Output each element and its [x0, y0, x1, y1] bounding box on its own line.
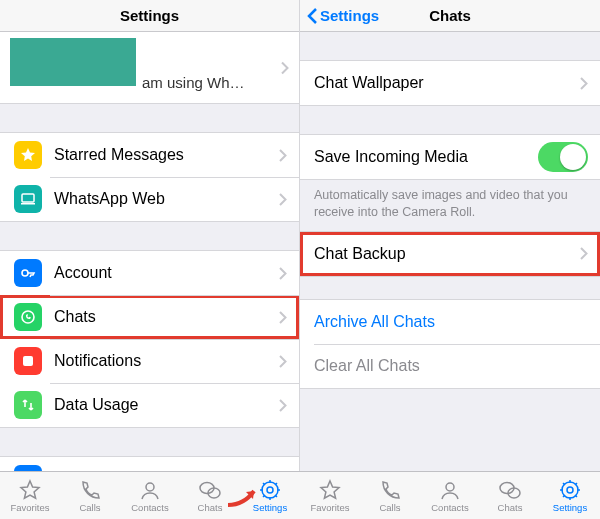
chevron-right-icon: [580, 77, 588, 90]
whatsapp-icon: [14, 303, 42, 331]
settings-screen: Settings am using Wh… Starred MessagesWh…: [0, 0, 300, 519]
svg-rect-4: [23, 356, 33, 366]
chevron-right-icon: [580, 247, 588, 260]
tab-label: Chats: [198, 502, 223, 513]
chevron-right-icon: [279, 267, 287, 280]
svg-rect-1: [21, 203, 35, 205]
chevron-right-icon: [279, 399, 287, 412]
chevron-right-icon: [279, 355, 287, 368]
svg-rect-0: [22, 194, 34, 202]
key-icon: [14, 259, 42, 287]
row-label: Save Incoming Media: [314, 148, 538, 166]
toggle-switch[interactable]: [538, 142, 588, 172]
nav-header: Settings Chats: [300, 0, 600, 32]
tab-label: Contacts: [431, 502, 469, 513]
redacted-avatar: [10, 38, 136, 86]
settings-row-chats[interactable]: Chats: [0, 295, 299, 339]
settings-row-starred[interactable]: Starred Messages: [0, 133, 299, 177]
back-label: Settings: [320, 7, 379, 24]
clear-all-chats-row[interactable]: Clear All Chats: [300, 344, 600, 388]
row-label: Chats: [54, 308, 279, 326]
laptop-icon: [14, 185, 42, 213]
annotation-arrow: [226, 481, 266, 515]
tab-calls[interactable]: Calls: [360, 472, 420, 519]
star-icon: [14, 141, 42, 169]
settings-row-notifications[interactable]: Notifications: [0, 339, 299, 383]
back-button[interactable]: Settings: [306, 0, 379, 31]
row-label: Clear All Chats: [314, 357, 588, 375]
chevron-right-icon: [279, 311, 287, 324]
tab-bar: FavoritesCallsContactsChatsSettings: [300, 471, 600, 519]
svg-point-2: [22, 270, 28, 276]
row-label: Archive All Chats: [314, 313, 588, 331]
tab-label: Contacts: [131, 502, 169, 513]
svg-point-25: [567, 487, 573, 493]
settings-group-3: About and Help: [0, 456, 299, 471]
tab-settings[interactable]: Settings: [540, 472, 600, 519]
row-label: Account: [54, 264, 279, 282]
tab-label: Calls: [379, 502, 400, 513]
settings-group-1: Starred MessagesWhatsApp Web: [0, 132, 299, 222]
row-label: Notifications: [54, 352, 279, 370]
row-label: Starred Messages: [54, 146, 279, 164]
tab-contacts[interactable]: Contacts: [420, 472, 480, 519]
settings-row-about[interactable]: About and Help: [0, 457, 299, 471]
tab-favorites[interactable]: Favorites: [300, 472, 360, 519]
chats-settings-screen: Settings Chats Chat Wallpaper Save Incom…: [300, 0, 600, 519]
tab-label: Calls: [79, 502, 100, 513]
profile-row[interactable]: am using Wh…: [0, 32, 299, 104]
tab-favorites[interactable]: Favorites: [0, 472, 60, 519]
group-footer: Automatically save images and video that…: [300, 180, 600, 231]
row-label: Chat Wallpaper: [314, 74, 580, 92]
tab-label: Favorites: [310, 502, 349, 513]
chevron-right-icon: [279, 193, 287, 206]
chevron-right-icon: [279, 149, 287, 162]
tab-contacts[interactable]: Contacts: [120, 472, 180, 519]
nav-title: Settings: [120, 7, 179, 24]
tab-label: Settings: [553, 502, 587, 513]
tab-label: Favorites: [10, 502, 49, 513]
archive-all-chats-row[interactable]: Archive All Chats: [300, 300, 600, 344]
tab-label: Chats: [498, 502, 523, 513]
svg-point-8: [146, 483, 154, 491]
settings-row-data[interactable]: Data Usage: [0, 383, 299, 427]
row-label: WhatsApp Web: [54, 190, 279, 208]
svg-point-21: [446, 483, 454, 491]
row-label: Chat Backup: [314, 245, 580, 263]
tab-calls[interactable]: Calls: [60, 472, 120, 519]
nav-title: Chats: [429, 7, 471, 24]
settings-group-2: AccountChatsNotificationsData Usage: [0, 250, 299, 428]
settings-row-account[interactable]: Account: [0, 251, 299, 295]
chat-wallpaper-row[interactable]: Chat Wallpaper: [300, 61, 600, 105]
nav-header: Settings: [0, 0, 299, 32]
settings-row-web[interactable]: WhatsApp Web: [0, 177, 299, 221]
svg-point-12: [267, 487, 273, 493]
profile-status: am using Wh…: [142, 74, 245, 91]
tab-chats[interactable]: Chats: [480, 472, 540, 519]
chat-backup-row[interactable]: Chat Backup: [300, 232, 600, 276]
row-label: Data Usage: [54, 396, 279, 414]
chevron-right-icon: [281, 61, 289, 74]
save-incoming-media-row[interactable]: Save Incoming Media: [300, 135, 600, 179]
app-icon: [14, 347, 42, 375]
arrows-icon: [14, 391, 42, 419]
